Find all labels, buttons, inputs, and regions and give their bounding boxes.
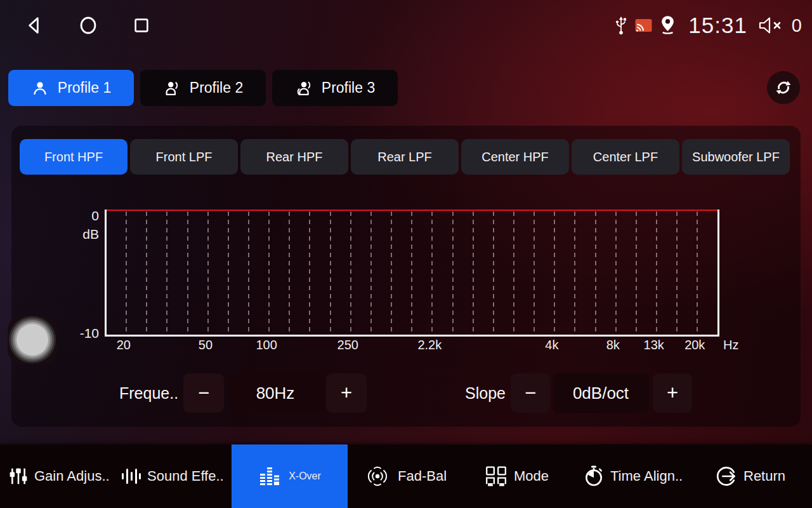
floating-assist-button[interactable] [8,315,57,364]
frequency-value: 80Hz [227,373,324,413]
gridline [534,211,535,335]
knob-icon [16,324,48,356]
profile-tab-label: Profile 3 [322,79,375,97]
profile-tab-2[interactable]: Profile 2 [140,70,266,106]
tab-rear-lpf[interactable]: Rear LPF [351,139,459,175]
slope-label: Slope [465,373,506,413]
nav-label: Return [743,468,785,485]
person-arc-icon [163,79,181,97]
nav-time-align[interactable]: Time Align.. [584,444,683,508]
gridline [228,211,229,335]
nav-label: Sound Effe.. [147,468,224,485]
nav-fad-bal[interactable]: Fad-Bal [363,444,447,508]
slope-value: 0dB/oct [553,373,649,413]
frequency-minus-button[interactable]: − [183,373,224,413]
response-plot[interactable] [105,210,719,337]
tab-label: Rear LPF [377,150,432,164]
gridline [697,211,698,335]
gridline [411,211,412,335]
tab-center-lpf[interactable]: Center LPF [572,139,679,175]
gridline [350,211,351,335]
x-tick-label: 4k [545,338,558,352]
x-tick-label: 50 [199,338,213,352]
nav-label: Time Align.. [610,468,683,485]
x-tick-label: 100 [256,338,277,352]
nav-mode[interactable]: Mode [485,444,549,508]
gridline [493,211,494,335]
x-tick-label: 8k [606,338,620,352]
nav-gain-adjust[interactable]: Gain Adjus.. [9,444,110,508]
gridline [473,211,474,335]
filter-tabs: Front HPF Front LPF Rear HPF Rear LPF Ce… [20,139,790,175]
status-icons: 15:31 0 [614,0,802,51]
slope-minus-button[interactable]: − [511,373,550,413]
profile-tab-3[interactable]: Profile 3 [272,70,398,106]
y-axis-max-label: 0 [61,208,99,224]
gridline [615,211,617,335]
tab-label: Front HPF [44,150,103,164]
recents-icon[interactable] [132,16,151,35]
frequency-label: Freque.. [119,373,178,413]
frequency-plus-button[interactable]: + [326,373,367,413]
profile-tabs: Profile 1 Profile 2 Profile 3 [8,70,398,106]
gridline [656,211,657,335]
status-bar: 15:31 0 [0,0,812,51]
x-tick-label: 250 [337,338,358,352]
usb-icon [614,15,628,36]
cast-icon [635,18,652,32]
tab-label: Rear HPF [266,150,323,164]
xover-panel: Front HPF Front LPF Rear HPF Rear LPF Ce… [11,126,801,427]
equalizer-icon [258,465,281,488]
profile-tab-label: Profile 2 [190,79,243,97]
gridline [554,211,555,335]
tab-center-hpf[interactable]: Center HPF [461,139,569,175]
clock: 15:31 [688,13,747,38]
gridline [166,211,167,335]
gridline [452,211,454,335]
gridline [513,211,514,335]
tab-rear-hpf[interactable]: Rear HPF [240,139,348,175]
fad-bal-icon [363,465,391,487]
nav-label: Gain Adjus.. [34,468,110,485]
gridline [574,211,575,335]
sound-bars-icon [121,467,141,485]
gridline [268,211,270,335]
gridline [248,211,249,335]
tab-front-hpf[interactable]: Front HPF [20,139,128,175]
volume-mute-icon[interactable] [758,16,783,35]
x-axis-labels: 20501002502.2k4k8k13k20k [105,338,716,354]
location-icon [659,15,676,36]
home-icon[interactable] [78,15,98,36]
tab-subwoofer-lpf[interactable]: Subwoofer LPF [682,139,790,175]
nav-label: Mode [514,468,549,485]
nav-label: Fad-Bal [398,468,447,485]
person-icon [31,79,49,97]
refresh-button[interactable] [767,71,800,104]
gridline [636,211,637,335]
nav-return[interactable]: Return [716,444,785,508]
x-tick-label: 13k [644,338,664,352]
x-tick-label: 20k [684,338,705,352]
gridline [146,211,147,335]
profile-tab-1[interactable]: Profile 1 [8,70,134,106]
tab-label: Front LPF [156,150,213,164]
x-axis-unit: Hz [723,338,738,352]
mode-grid-icon [485,465,508,487]
volume-level: 0 [792,15,802,36]
gridline [595,211,596,335]
nav-xover[interactable]: X-Over [232,444,348,508]
gridline [187,211,188,335]
x-tick-label: 20 [117,338,131,352]
x-tick-label: 2.2k [417,338,442,352]
gridline [370,211,372,335]
sync-icon [774,78,793,97]
person-arcs-icon [295,79,313,97]
slope-plus-button[interactable]: + [653,373,692,413]
gridline [431,211,433,335]
nav-sound-effect[interactable]: Sound Effe.. [121,444,224,508]
stopwatch-icon [584,465,604,487]
gridline [676,211,678,335]
nav-label: X-Over [289,471,321,482]
back-icon[interactable] [24,15,44,36]
tab-front-lpf[interactable]: Front LPF [130,139,238,175]
